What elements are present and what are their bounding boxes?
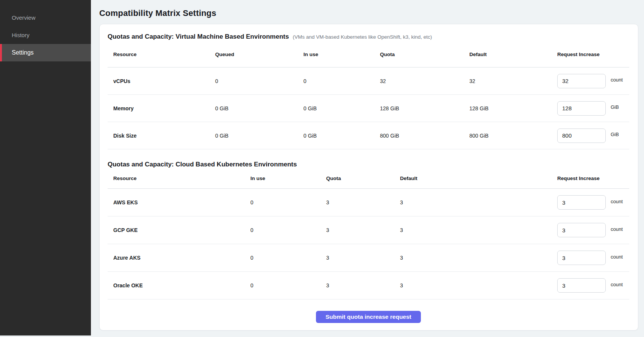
sidebar-item-overview[interactable]: Overview (0, 9, 91, 27)
default-value: 3 (400, 282, 557, 288)
quota-value: 3 (326, 255, 400, 261)
column-header-quota: Quota (380, 52, 469, 57)
default-value: 32 (469, 78, 557, 84)
sidebar-item-settings[interactable]: Settings (0, 44, 91, 61)
submit-button-row: Submit quota increase request (108, 311, 629, 323)
vm-table-header: Resource Queued In use Quota Default Req… (108, 42, 629, 67)
table-row-azure-aks: Azure AKS 0 3 3 count (108, 244, 629, 272)
request-increase-cell: count (557, 74, 630, 88)
vcpus-request-input[interactable] (557, 74, 606, 88)
quota-value: 3 (326, 227, 400, 233)
resource-name: Disk Size (108, 133, 215, 139)
page-title: Compatibility Matrix Settings (99, 8, 644, 18)
disk-size-request-input[interactable] (557, 129, 606, 143)
queued-value: 0 (215, 78, 303, 84)
section-vm-title: Quotas and Capacity: Virtual Machine Bas… (108, 32, 289, 42)
request-increase-cell: count (557, 195, 630, 210)
table-row-oracle-oke: Oracle OKE 0 3 3 count (108, 272, 629, 299)
in-use-value: 0 GiB (303, 133, 380, 139)
table-row-vcpus: vCPUs 0 0 32 32 count (108, 67, 629, 95)
resource-name: Azure AKS (108, 255, 250, 261)
in-use-value: 0 (250, 227, 326, 233)
queued-value: 0 GiB (215, 133, 303, 139)
quota-value: 128 GiB (380, 105, 469, 111)
memory-request-input[interactable] (557, 101, 606, 116)
resource-name: AWS EKS (108, 199, 250, 205)
aws-eks-request-input[interactable] (557, 195, 606, 210)
quota-value: 3 (326, 199, 400, 205)
quota-value: 32 (380, 78, 469, 84)
request-increase-cell: count (557, 223, 630, 237)
request-increase-cell: GiB (557, 101, 630, 116)
column-header-quota: Quota (326, 176, 400, 181)
column-header-resource: Resource (108, 176, 250, 181)
unit-label: count (611, 226, 623, 232)
quota-value: 3 (326, 282, 400, 288)
resource-name: Oracle OKE (108, 282, 250, 288)
azure-aks-request-input[interactable] (557, 251, 606, 265)
table-row-gcp-gke: GCP GKE 0 3 3 count (108, 216, 629, 244)
queued-value: 0 GiB (215, 105, 303, 111)
unit-label: GiB (611, 132, 619, 137)
cloud-table-header: Resource In use Quota Default Request In… (108, 168, 629, 189)
settings-card: Quotas and Capacity: Virtual Machine Bas… (99, 24, 638, 331)
column-header-request-increase: Request Increase (557, 52, 630, 57)
resource-name: Memory (108, 105, 215, 111)
column-header-queued: Queued (215, 52, 303, 57)
column-header-in-use: In use (303, 52, 380, 57)
in-use-value: 0 (250, 255, 326, 261)
request-increase-cell: GiB (557, 129, 630, 143)
section-vm-subtitle: (VMs and VM-based Kubernetes like OpenSh… (293, 34, 432, 40)
unit-label: count (611, 77, 623, 83)
oracle-oke-request-input[interactable] (557, 278, 606, 293)
column-header-in-use: In use (250, 176, 326, 181)
request-increase-cell: count (557, 251, 630, 265)
default-value: 800 GiB (469, 133, 557, 139)
section-cloud-title: Quotas and Capacity: Cloud Based Kuberne… (108, 161, 629, 168)
in-use-value: 0 GiB (303, 105, 380, 111)
unit-label: count (611, 254, 623, 260)
main-content: Compatibility Matrix Settings Quotas and… (91, 0, 644, 337)
in-use-value: 0 (303, 78, 380, 84)
in-use-value: 0 (250, 199, 326, 205)
resource-name: vCPUs (108, 78, 215, 84)
table-row-memory: Memory 0 GiB 0 GiB 128 GiB 128 GiB GiB (108, 95, 629, 122)
resource-name: GCP GKE (108, 227, 250, 233)
unit-label: count (611, 282, 623, 287)
table-row-aws-eks: AWS EKS 0 3 3 count (108, 189, 629, 216)
column-header-request-increase: Request Increase (557, 176, 630, 181)
unit-label: count (611, 199, 623, 204)
table-row-disk-size: Disk Size 0 GiB 0 GiB 800 GiB 800 GiB Gi… (108, 122, 629, 149)
column-header-default: Default (469, 52, 557, 57)
default-value: 3 (400, 255, 557, 261)
default-value: 128 GiB (469, 105, 557, 111)
sidebar: Overview History Settings (0, 0, 91, 335)
default-value: 3 (400, 227, 557, 233)
in-use-value: 0 (250, 282, 326, 288)
column-header-default: Default (400, 176, 557, 181)
submit-quota-increase-button[interactable]: Submit quota increase request (316, 311, 421, 323)
section-vm-title-row: Quotas and Capacity: Virtual Machine Bas… (108, 32, 629, 42)
column-header-resource: Resource (108, 52, 215, 57)
default-value: 3 (400, 199, 557, 205)
request-increase-cell: count (557, 278, 630, 293)
quota-value: 800 GiB (380, 133, 469, 139)
sidebar-item-history[interactable]: History (0, 27, 91, 44)
gcp-gke-request-input[interactable] (557, 223, 606, 237)
unit-label: GiB (611, 104, 619, 110)
sidebar-nav: Overview History Settings (0, 9, 91, 61)
